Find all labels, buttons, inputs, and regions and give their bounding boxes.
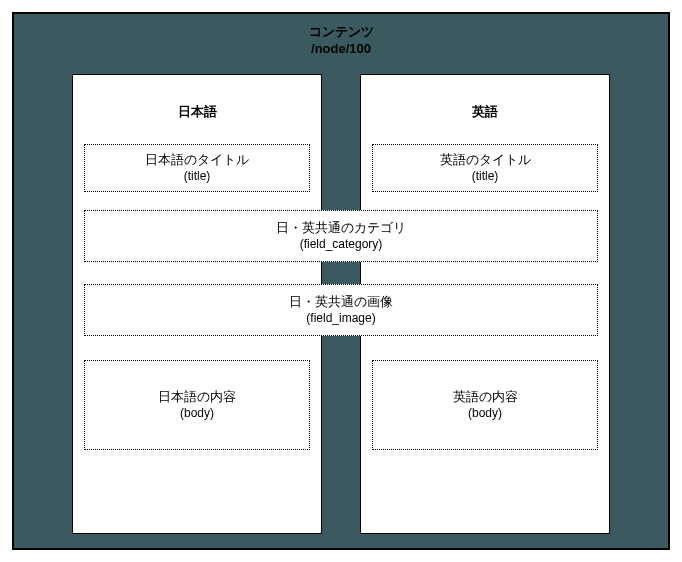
title-field-japanese-label: 日本語のタイトル <box>85 152 309 169</box>
body-field-japanese: 日本語の内容 (body) <box>84 360 310 450</box>
body-field-english-name: (body) <box>373 406 597 422</box>
body-field-english-label: 英語の内容 <box>373 389 597 406</box>
title-field-english: 英語のタイトル (title) <box>372 144 598 192</box>
title-field-japanese-name: (title) <box>85 169 309 185</box>
body-field-english: 英語の内容 (body) <box>372 360 598 450</box>
column-english-heading: 英語 <box>361 103 609 121</box>
title-field-english-label: 英語のタイトル <box>373 152 597 169</box>
shared-category-field: 日・英共通のカテゴリ (field_category) <box>84 210 598 262</box>
shared-image-field: 日・英共通の画像 (field_image) <box>84 284 598 336</box>
title-field-japanese: 日本語のタイトル (title) <box>84 144 310 192</box>
column-japanese-heading: 日本語 <box>73 103 321 121</box>
body-field-japanese-name: (body) <box>85 406 309 422</box>
diagram-canvas: コンテンツ /node/100 日本語 英語 日本語のタイトル (title) … <box>0 0 682 562</box>
content-container: コンテンツ /node/100 日本語 英語 日本語のタイトル (title) … <box>12 12 670 550</box>
diagram-header: コンテンツ /node/100 <box>14 24 668 58</box>
shared-category-label: 日・英共通のカテゴリ <box>85 220 597 237</box>
shared-image-label: 日・英共通の画像 <box>85 294 597 311</box>
shared-category-name: (field_category) <box>85 237 597 253</box>
body-field-japanese-label: 日本語の内容 <box>85 389 309 406</box>
header-path: /node/100 <box>14 41 668 58</box>
shared-image-name: (field_image) <box>85 311 597 327</box>
title-field-english-name: (title) <box>373 169 597 185</box>
header-title: コンテンツ <box>14 24 668 41</box>
